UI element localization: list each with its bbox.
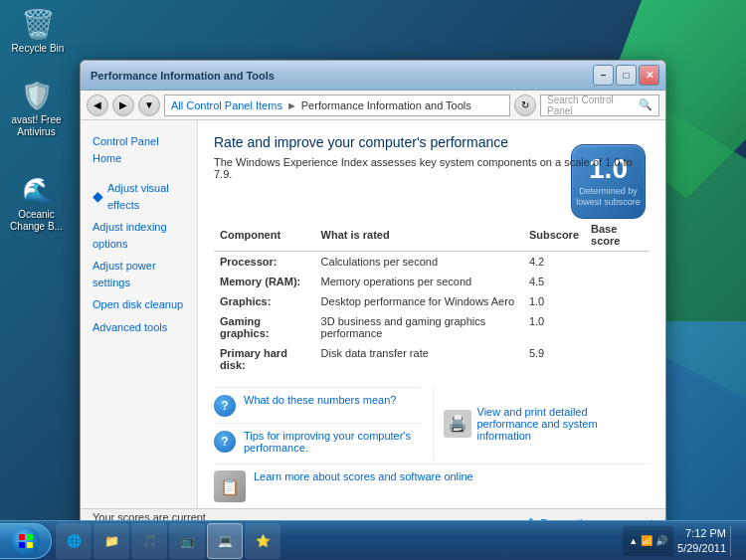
sidebar-disk-cleanup[interactable]: Open disk cleanup: [81, 293, 197, 316]
systray: ▲ 📶 🔊: [623, 526, 673, 556]
desktop-icon-oceanic[interactable]: 🌊 Oceanic Change B...: [4, 174, 69, 233]
content-area: Control Panel Home ◆ Adjust visual effec…: [81, 120, 665, 508]
start-orb: [12, 527, 40, 555]
col-component: Component: [214, 219, 315, 252]
taskbar-clock[interactable]: 7:12 PM 5/29/2011: [677, 526, 726, 555]
oceanic-label: Oceanic Change B...: [4, 209, 69, 233]
sidebar: Control Panel Home ◆ Adjust visual effec…: [81, 120, 198, 508]
start-button[interactable]: [0, 523, 52, 559]
table-row: Gaming graphics: 3D business and gaming …: [214, 311, 650, 343]
component-graphics: Graphics:: [214, 291, 315, 311]
recycle-bin-label: Recycle Bin: [12, 43, 65, 55]
address-path[interactable]: All Control Panel Items ► Performance In…: [164, 94, 510, 116]
clock-time: 7:12 PM: [677, 526, 726, 540]
performance-window: Performance Information and Tools – □ ✕ …: [80, 60, 666, 537]
printer-icon: 🖨️: [444, 410, 471, 438]
info-links-left: ? What do these numbers mean? ? Tips for…: [214, 387, 421, 460]
subscore-graphics: 1.0: [523, 291, 585, 311]
sidebar-visual-effects[interactable]: ◆ Adjust visual effects: [81, 177, 197, 216]
sidebar-visual-effects-icon: ◆: [93, 186, 103, 207]
close-button[interactable]: ✕: [639, 65, 659, 86]
basescore-ram: [585, 272, 650, 291]
info-link-1[interactable]: What do these numbers mean?: [244, 394, 396, 406]
search-icon: 🔍: [639, 98, 653, 111]
info-row-1: ? What do these numbers mean?: [214, 387, 421, 423]
maximize-button[interactable]: □: [616, 65, 637, 86]
col-what: What is rated: [315, 219, 523, 252]
what-disk: Disk data transfer rate: [315, 343, 523, 375]
subscore-gaming: 1.0: [523, 311, 585, 343]
taskbar-app-control-panel[interactable]: 💻: [207, 523, 243, 559]
svg-rect-0: [19, 534, 25, 540]
window-titlebar: Performance Information and Tools – □ ✕: [81, 61, 665, 91]
sidebar-advanced[interactable]: Advanced tools: [81, 316, 197, 339]
basescore-gaming: [585, 311, 650, 343]
minimize-button[interactable]: –: [593, 65, 614, 86]
col-subscore: Subscore: [523, 219, 585, 252]
basescore-disk: [585, 343, 650, 375]
performance-table: Component What is rated Subscore Base sc…: [214, 219, 650, 375]
table-row: Primary hard disk: Disk data transfer ra…: [214, 343, 650, 375]
col-basescore: Base score: [585, 219, 650, 252]
address-bar: ◀ ▶ ▼ All Control Panel Items ► Performa…: [81, 91, 665, 120]
windows-logo-icon: [19, 534, 33, 548]
taskbar-app-explorer[interactable]: 📁: [93, 523, 129, 559]
basescore-processor: [585, 252, 650, 273]
svg-rect-2: [19, 542, 25, 548]
basescore-graphics: [585, 291, 650, 311]
what-graphics: Desktop performance for Windows Aero: [315, 291, 523, 311]
recycle-bin-icon: 🗑️: [22, 8, 54, 40]
info-link-2[interactable]: Tips for improving your computer's perfo…: [244, 430, 421, 454]
desktop-icon-recycle-bin[interactable]: 🗑️ Recycle Bin: [8, 8, 68, 55]
table-row: Memory (RAM): Memory operations per seco…: [214, 272, 650, 291]
bottom-info: 📋 Learn more about scores and software o…: [214, 464, 650, 508]
component-processor: Processor:: [214, 252, 315, 273]
side-link[interactable]: View and print detailed performance and …: [477, 406, 651, 442]
taskbar-right: ▲ 📶 🔊 7:12 PM 5/29/2011: [623, 526, 746, 556]
systray-network-icon: 📶: [641, 535, 653, 546]
address-separator: ►: [286, 99, 297, 111]
component-gaming: Gaming graphics:: [214, 311, 315, 343]
bottom-link[interactable]: Learn more about scores and software onl…: [254, 470, 473, 482]
desktop: 🗑️ Recycle Bin 🛡️ avast! Free Antivirus …: [0, 0, 746, 560]
search-box[interactable]: Search Control Panel 🔍: [540, 94, 659, 116]
table-row: Graphics: Desktop performance for Window…: [214, 291, 650, 311]
table-row: Processor: Calculations per second 4.2: [214, 252, 650, 273]
address-prefix[interactable]: All Control Panel Items: [171, 99, 282, 111]
subscore-ram: 4.5: [523, 272, 585, 291]
svg-rect-3: [27, 542, 33, 548]
window-title: Performance Information and Tools: [91, 70, 275, 82]
forward-button[interactable]: ▶: [112, 94, 134, 116]
info-icon-2: ?: [214, 431, 236, 453]
main-content: Rate and improve your computer's perform…: [198, 120, 665, 508]
score-subtitle: Determined by lowest subscore: [572, 186, 645, 208]
address-current: Performance Information and Tools: [301, 99, 471, 111]
show-desktop-button[interactable]: [730, 526, 738, 556]
avast-icon: 🛡️: [21, 80, 53, 111]
desktop-icon-avast[interactable]: 🛡️ avast! Free Antivirus: [4, 80, 69, 138]
what-gaming: 3D business and gaming graphics performa…: [315, 311, 523, 343]
taskbar-apps: 🌐 📁 🎵 📺 💻 ⭐: [56, 523, 623, 559]
bottom-icon: 📋: [214, 470, 246, 502]
search-placeholder: Search Control Panel: [547, 94, 639, 116]
systray-arrow[interactable]: ▲: [629, 536, 638, 546]
side-link-area: 🖨️ View and print detailed performance a…: [433, 387, 651, 460]
back-button[interactable]: ◀: [87, 94, 108, 116]
window-controls: – □ ✕: [593, 65, 659, 86]
info-row-2: ? Tips for improving your computer's per…: [214, 423, 421, 460]
taskbar-app-media-player[interactable]: 📺: [169, 523, 205, 559]
taskbar-app-star[interactable]: ⭐: [245, 523, 280, 559]
sidebar-home[interactable]: Control Panel Home: [81, 130, 197, 169]
recent-button[interactable]: ▼: [138, 94, 160, 116]
subscore-disk: 5.9: [523, 343, 585, 375]
refresh-button[interactable]: ↻: [514, 94, 536, 116]
taskbar-app-ie[interactable]: 🌐: [56, 523, 92, 559]
sidebar-indexing[interactable]: Adjust indexing options: [81, 216, 197, 255]
what-processor: Calculations per second: [315, 252, 523, 273]
sidebar-power[interactable]: Adjust power settings: [81, 255, 197, 293]
info-links-area: ? What do these numbers mean? ? Tips for…: [214, 387, 650, 460]
taskbar: 🌐 📁 🎵 📺 💻 ⭐ ▲ 📶 🔊 7:12 PM 5/29/2011: [0, 520, 746, 560]
info-icon-1: ?: [214, 395, 236, 417]
taskbar-app-media[interactable]: 🎵: [131, 523, 167, 559]
clock-date: 5/29/2011: [677, 541, 726, 555]
